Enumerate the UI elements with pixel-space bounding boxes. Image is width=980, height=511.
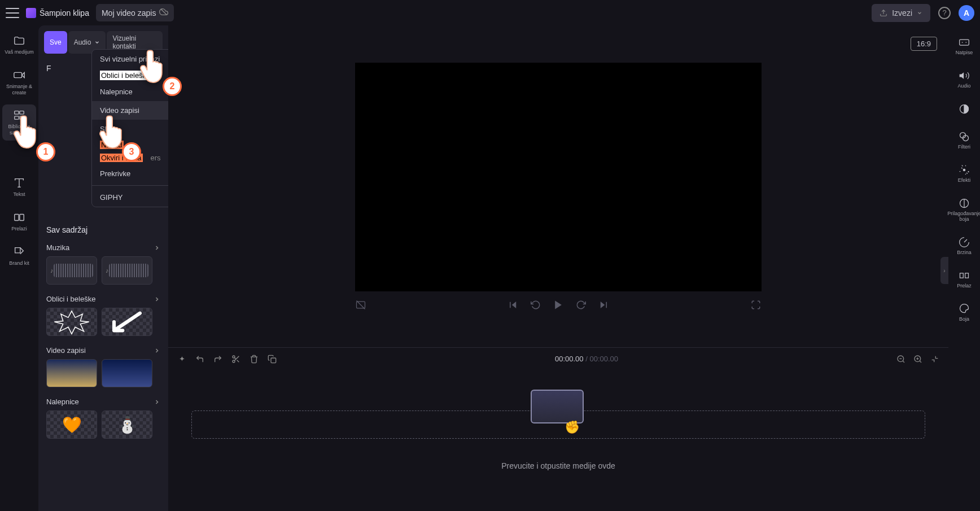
side-panel: Sve Audio Vizuelni kontakti Svi vizuelni… bbox=[38, 25, 168, 511]
skip-back-icon[interactable] bbox=[508, 299, 519, 311]
app-logo-area: Šampion klipa bbox=[26, 8, 89, 18]
shape-thumb-starburst[interactable] bbox=[46, 308, 97, 336]
export-label: Izvezi bbox=[892, 8, 912, 18]
dropdown-shapes-annotations[interactable]: Oblici i beleška bbox=[100, 71, 151, 80]
preview-zone: 16:9 bbox=[168, 25, 948, 347]
dropdown-frames[interactable]: Okviri i tabla bbox=[100, 154, 143, 162]
category-label: Nalepnice bbox=[46, 398, 79, 406]
library-icon bbox=[13, 109, 25, 121]
center-area: 16:9 ✦ 00:00.00 bbox=[168, 25, 948, 511]
svg-rect-2 bbox=[14, 72, 22, 77]
svg-rect-40 bbox=[965, 273, 969, 278]
rr-audio[interactable]: Audio bbox=[956, 67, 972, 92]
rail-brand-kit[interactable]: Brand kit bbox=[2, 241, 36, 271]
zoom-out-icon[interactable] bbox=[896, 355, 905, 364]
rr-color-adjust[interactable]: Prilagođavanje boja bbox=[946, 194, 980, 225]
dropdown-videos[interactable]: Video zapisi bbox=[92, 101, 168, 120]
rail-your-media[interactable]: Vaš medijum bbox=[2, 30, 36, 60]
category-shapes: Oblici i beleške bbox=[38, 290, 168, 342]
category-row-music[interactable]: Muzika bbox=[38, 239, 168, 256]
rewind-icon[interactable] bbox=[530, 299, 541, 311]
category-row-shapes[interactable]: Oblici i beleške bbox=[38, 290, 168, 308]
rr-effects[interactable]: Efekti bbox=[957, 161, 972, 186]
effects-icon bbox=[959, 164, 970, 176]
svg-marker-17 bbox=[601, 302, 605, 308]
rail-label: Brand kit bbox=[9, 260, 29, 267]
trash-icon[interactable] bbox=[250, 355, 259, 364]
svg-point-19 bbox=[233, 356, 235, 358]
all-content-header: Sav sadržaj bbox=[38, 220, 168, 239]
dropdown-overlays[interactable]: Prekrivke bbox=[92, 164, 168, 183]
transition-icon bbox=[959, 270, 970, 281]
svg-rect-24 bbox=[271, 358, 276, 363]
rr-speed[interactable]: Brzina bbox=[956, 233, 973, 259]
current-time: 00:00.00 bbox=[555, 355, 584, 363]
duplicate-icon[interactable] bbox=[268, 355, 277, 364]
rail-content-library[interactable]: Biblioteka sadržaja bbox=[2, 104, 36, 141]
timeline-area[interactable]: ✊ Prevucite i otpustite medije ovde bbox=[168, 370, 948, 511]
zoom-in-icon[interactable] bbox=[913, 355, 922, 364]
project-name-wrap[interactable]: Moj video zapis bbox=[96, 4, 174, 21]
sticker-thumb[interactable]: ⛄ bbox=[102, 410, 152, 439]
rr-filters[interactable]: Filteri bbox=[957, 128, 972, 153]
svg-marker-33 bbox=[960, 72, 964, 79]
user-avatar[interactable]: A bbox=[959, 5, 974, 21]
rr-captions[interactable]: Natpise bbox=[955, 33, 974, 59]
rr-fade[interactable] bbox=[957, 100, 971, 120]
sticker-thumb[interactable]: 🧡 bbox=[46, 410, 97, 439]
rr-color[interactable]: Boja bbox=[957, 300, 971, 325]
rail-record-create[interactable]: Snimanje & create bbox=[2, 64, 36, 101]
rail-transitions[interactable]: Prelazi bbox=[2, 207, 36, 237]
category-row-videos[interactable]: Video zapisi bbox=[38, 342, 168, 359]
top-bar: Šampion klipa Moj video zapis Izvezi ? A bbox=[0, 0, 980, 25]
svg-rect-7 bbox=[20, 116, 24, 120]
play-icon[interactable] bbox=[553, 299, 564, 311]
dropdown-images[interactable]: Slike bbox=[92, 120, 168, 138]
help-icon[interactable]: ? bbox=[938, 7, 951, 19]
forward-icon[interactable] bbox=[575, 299, 587, 311]
rr-transition[interactable]: Prelaz bbox=[956, 267, 973, 292]
svg-marker-16 bbox=[555, 300, 562, 309]
redo-icon[interactable] bbox=[213, 355, 222, 364]
rail-label: Biblioteka sadržaja bbox=[3, 124, 35, 136]
skip-forward-icon[interactable] bbox=[598, 299, 609, 311]
fit-icon[interactable] bbox=[930, 355, 939, 364]
sparkle-icon[interactable]: ✦ bbox=[177, 355, 186, 364]
dropdown-giphy[interactable]: GIPHY bbox=[92, 188, 168, 207]
dropdown-all-visuals[interactable]: Svi vizuelni prikazi bbox=[92, 50, 168, 68]
chevron-down-icon bbox=[94, 40, 100, 45]
undo-icon[interactable] bbox=[195, 355, 204, 364]
category-videos: Video zapisi bbox=[38, 342, 168, 393]
svg-marker-3 bbox=[22, 72, 25, 77]
rail-text[interactable]: Tekst bbox=[2, 172, 36, 202]
dropdown-stickers[interactable]: Nalepnice bbox=[92, 82, 168, 101]
video-preview-canvas[interactable] bbox=[355, 63, 762, 291]
color-icon bbox=[959, 303, 970, 315]
chevron-right-icon bbox=[154, 244, 160, 251]
aspect-ratio-button[interactable]: 16:9 bbox=[911, 37, 937, 51]
speed-icon bbox=[959, 237, 970, 248]
svg-rect-10 bbox=[15, 214, 19, 220]
timeline-drop-track[interactable]: ✊ bbox=[191, 410, 925, 439]
collapse-right-panel-handle[interactable]: › bbox=[940, 257, 948, 284]
color-adjust-icon bbox=[959, 198, 970, 209]
left-rail: Vaš medijum Snimanje & create Biblioteka… bbox=[0, 25, 38, 511]
video-thumb[interactable] bbox=[46, 359, 97, 387]
shape-thumb-arrow[interactable] bbox=[102, 308, 152, 336]
category-label: Video zapisi bbox=[46, 346, 86, 355]
frame-hide-icon[interactable] bbox=[355, 299, 366, 311]
filter-tab-all[interactable]: Sve bbox=[44, 31, 67, 54]
audio-thumb[interactable]: ♪ bbox=[102, 256, 152, 285]
split-icon[interactable] bbox=[231, 355, 240, 364]
dropdown-back[interactable]: Nazad bbox=[100, 141, 124, 149]
timeline-toolbar: ✦ 00:00.00 / 00:00.00 bbox=[168, 347, 948, 370]
dragged-media-clip[interactable] bbox=[531, 390, 584, 423]
svg-marker-14 bbox=[512, 302, 517, 308]
audio-thumb[interactable]: ♪ bbox=[46, 256, 97, 285]
video-thumb[interactable] bbox=[102, 359, 152, 387]
fullscreen-icon[interactable] bbox=[750, 299, 762, 311]
export-button[interactable]: Izvezi bbox=[872, 4, 930, 22]
category-label: Muzika bbox=[46, 243, 69, 252]
hamburger-menu-icon[interactable] bbox=[6, 8, 19, 18]
category-row-stickers[interactable]: Nalepnice bbox=[38, 393, 168, 410]
